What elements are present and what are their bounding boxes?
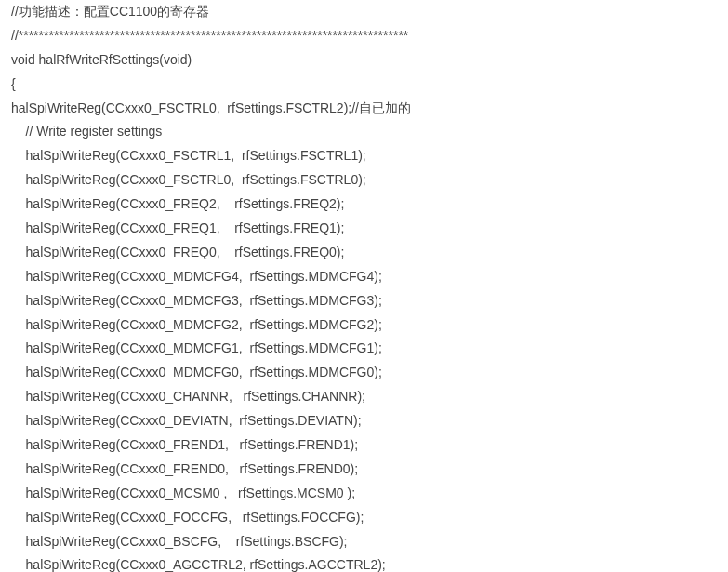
code-line: halSpiWriteReg(CCxxx0_CHANNR, rfSettings… — [11, 389, 365, 404]
code-line: //**************************************… — [11, 28, 408, 43]
code-line: halSpiWriteReg(CCxxx0_DEVIATN, rfSetting… — [11, 413, 362, 428]
code-line: halSpiWriteReg(CCxxx0_BSCFG, rfSettings.… — [11, 534, 348, 549]
code-line: halSpiWriteReg(CCxxx0_MDMCFG1, rfSetting… — [11, 340, 382, 355]
code-line: halSpiWriteReg(CCxxx0_FOCCFG, rfSettings… — [11, 510, 364, 525]
code-line: halSpiWriteReg(CCxxx0_FREQ2, rfSettings.… — [11, 196, 344, 211]
code-line: // Write register settings — [11, 124, 162, 139]
code-block: //功能描述：配置CC1100的寄存器 //******************… — [0, 0, 728, 572]
code-line: halSpiWriteReg(CCxxx0_MDMCFG3, rfSetting… — [11, 293, 382, 308]
code-line: void halRfWriteRfSettings(void) — [11, 52, 192, 67]
code-line: { — [11, 76, 16, 91]
code-line: //功能描述：配置CC1100的寄存器 — [11, 4, 209, 19]
code-line: halSpiWriteReg(CCxxx0_FSCTRL0, rfSetting… — [11, 172, 366, 187]
code-line: halSpiWriteReg(CCxxx0_MDMCFG0, rfSetting… — [11, 365, 382, 379]
code-line: halSpiWriteReg(CCxxx0_FSCTRL1, rfSetting… — [11, 148, 366, 163]
code-line: halSpiWriteReg(CCxxx0_MCSM0 , rfSettings… — [11, 486, 355, 500]
code-line: halSpiWriteReg(CCxxx0_FREND0, rfSettings… — [11, 461, 358, 476]
code-line: halSpiWriteReg(CCxxx0_FSCTRL0, rfSetting… — [11, 100, 411, 115]
code-line: halSpiWriteReg(CCxxx0_AGCCTRL2, rfSettin… — [11, 557, 386, 572]
code-line: halSpiWriteReg(CCxxx0_FREQ0, rfSettings.… — [11, 245, 344, 259]
code-line: halSpiWriteReg(CCxxx0_FREQ1, rfSettings.… — [11, 220, 344, 235]
code-line: halSpiWriteReg(CCxxx0_FREND1, rfSettings… — [11, 437, 358, 452]
code-line: halSpiWriteReg(CCxxx0_MDMCFG2, rfSetting… — [11, 317, 382, 332]
code-line: halSpiWriteReg(CCxxx0_MDMCFG4, rfSetting… — [11, 269, 382, 284]
